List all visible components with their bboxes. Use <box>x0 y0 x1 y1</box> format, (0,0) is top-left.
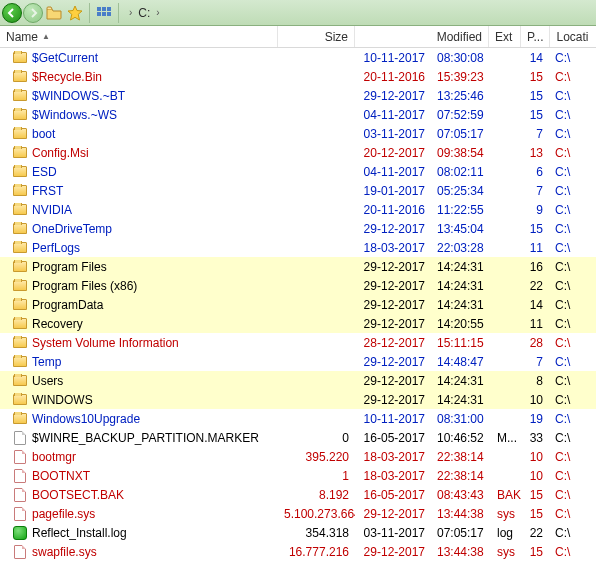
folder-icon <box>13 52 27 63</box>
file-size: 8.192 <box>278 488 355 502</box>
file-size: 395.220 <box>278 450 355 464</box>
file-date: 20-12-2017 <box>355 146 431 160</box>
file-loc: C:\ <box>549 222 579 236</box>
file-loc: C:\ <box>549 146 579 160</box>
table-row[interactable]: OneDriveTemp29-12-201713:45:0415C:\ <box>0 219 596 238</box>
column-header-ext[interactable]: Ext <box>489 26 521 47</box>
file-loc: C:\ <box>549 507 579 521</box>
svg-rect-1 <box>102 7 106 11</box>
file-date: 03-11-2017 <box>355 127 431 141</box>
folder-icon <box>13 356 27 367</box>
table-row[interactable]: $Recycle.Bin20-11-201615:39:2315C:\ <box>0 67 596 86</box>
table-row[interactable]: ESD04-11-201708:02:116C:\ <box>0 162 596 181</box>
view-layout-icon[interactable] <box>94 3 114 23</box>
file-pos: 19 <box>523 412 549 426</box>
table-row[interactable]: Windows10Upgrade10-11-201708:31:0019C:\ <box>0 409 596 428</box>
file-icon <box>14 545 26 559</box>
file-pos: 22 <box>523 279 549 293</box>
table-row[interactable]: BOOTNXT118-03-201722:38:1410C:\ <box>0 466 596 485</box>
chevron-right-icon: › <box>129 7 132 18</box>
table-row[interactable]: $Windows.~WS04-11-201707:52:5915C:\ <box>0 105 596 124</box>
file-name: Recovery <box>32 317 83 331</box>
table-row[interactable]: PerfLogs18-03-201722:03:2811C:\ <box>0 238 596 257</box>
file-pos: 10 <box>523 450 549 464</box>
file-ext: BAK <box>491 488 523 502</box>
table-row[interactable]: Config.Msi20-12-201709:38:5413C:\ <box>0 143 596 162</box>
table-row[interactable]: pagefile.sys5.100.273.66429-12-201713:44… <box>0 504 596 523</box>
file-name: bootmgr <box>32 450 76 464</box>
table-row[interactable]: Recovery29-12-201714:20:5511C:\ <box>0 314 596 333</box>
table-row[interactable]: Users29-12-201714:24:318C:\ <box>0 371 596 390</box>
file-loc: C:\ <box>549 488 579 502</box>
file-pos: 14 <box>523 298 549 312</box>
file-date: 29-12-2017 <box>355 545 431 559</box>
table-row[interactable]: BOOTSECT.BAK8.19216-05-201708:43:43BAK15… <box>0 485 596 504</box>
table-row[interactable]: Temp29-12-201714:48:477C:\ <box>0 352 596 371</box>
file-icon <box>14 450 26 464</box>
table-row[interactable]: $WINRE_BACKUP_PARTITION.MARKER016-05-201… <box>0 428 596 447</box>
file-name: swapfile.sys <box>32 545 97 559</box>
file-time: 14:20:55 <box>431 317 491 331</box>
file-pos: 22 <box>523 526 549 540</box>
file-name: Reflect_Install.log <box>32 526 127 540</box>
table-row[interactable]: WINDOWS29-12-201714:24:3110C:\ <box>0 390 596 409</box>
file-loc: C:\ <box>549 317 579 331</box>
table-row[interactable]: FRST19-01-201705:25:347C:\ <box>0 181 596 200</box>
table-row[interactable]: $WINDOWS.~BT29-12-201713:25:4615C:\ <box>0 86 596 105</box>
file-date: 03-11-2017 <box>355 526 431 540</box>
column-header-location[interactable]: Locati <box>550 26 596 47</box>
table-row[interactable]: NVIDIA20-11-201611:22:559C:\ <box>0 200 596 219</box>
column-header-size[interactable]: Size <box>278 26 355 47</box>
table-row[interactable]: Reflect_Install.log354.31803-11-201707:0… <box>0 523 596 542</box>
folder-icon <box>13 394 27 405</box>
breadcrumb-drive[interactable]: C: <box>138 6 150 20</box>
file-name: NVIDIA <box>32 203 72 217</box>
file-date: 04-11-2017 <box>355 108 431 122</box>
file-time: 08:30:08 <box>431 51 491 65</box>
column-header-modified[interactable]: Modified <box>355 26 489 47</box>
favorite-star-icon[interactable] <box>65 3 85 23</box>
svg-rect-5 <box>107 12 111 16</box>
column-header-name[interactable]: Name▲ <box>0 26 278 47</box>
file-time: 07:52:59 <box>431 108 491 122</box>
folder-icon <box>13 375 27 386</box>
file-loc: C:\ <box>549 89 579 103</box>
file-time: 22:03:28 <box>431 241 491 255</box>
breadcrumb[interactable]: › C: › <box>129 6 160 20</box>
table-row[interactable]: bootmgr395.22018-03-201722:38:1410C:\ <box>0 447 596 466</box>
file-size: 5.100.273.664 <box>278 507 355 521</box>
forward-button[interactable] <box>23 3 43 23</box>
file-loc: C:\ <box>549 260 579 274</box>
file-date: 20-11-2016 <box>355 203 431 217</box>
file-pos: 11 <box>523 317 549 331</box>
file-pos: 14 <box>523 51 549 65</box>
file-loc: C:\ <box>549 431 579 445</box>
file-loc: C:\ <box>549 70 579 84</box>
table-row[interactable]: boot03-11-201707:05:177C:\ <box>0 124 596 143</box>
folder-icon <box>13 280 27 291</box>
table-row[interactable]: System Volume Information28-12-201715:11… <box>0 333 596 352</box>
file-name: BOOTNXT <box>32 469 90 483</box>
folder-open-icon[interactable] <box>44 3 64 23</box>
file-icon <box>14 507 26 521</box>
svg-rect-4 <box>102 12 106 16</box>
file-name: Program Files <box>32 260 107 274</box>
table-row[interactable]: ProgramData29-12-201714:24:3114C:\ <box>0 295 596 314</box>
back-button[interactable] <box>2 3 22 23</box>
table-row[interactable]: swapfile.sys16.777.21629-12-201713:44:38… <box>0 542 596 561</box>
file-loc: C:\ <box>549 412 579 426</box>
file-date: 29-12-2017 <box>355 279 431 293</box>
file-date: 18-03-2017 <box>355 469 431 483</box>
file-loc: C:\ <box>549 336 579 350</box>
toolbar-separator <box>89 3 90 23</box>
file-time: 22:38:14 <box>431 450 491 464</box>
table-row[interactable]: Program Files (x86)29-12-201714:24:3122C… <box>0 276 596 295</box>
file-date: 19-01-2017 <box>355 184 431 198</box>
column-header-pos[interactable]: P... <box>521 26 550 47</box>
file-name: OneDriveTemp <box>32 222 112 236</box>
file-date: 29-12-2017 <box>355 355 431 369</box>
file-loc: C:\ <box>549 279 579 293</box>
file-loc: C:\ <box>549 241 579 255</box>
table-row[interactable]: $GetCurrent10-11-201708:30:0814C:\ <box>0 48 596 67</box>
table-row[interactable]: Program Files29-12-201714:24:3116C:\ <box>0 257 596 276</box>
